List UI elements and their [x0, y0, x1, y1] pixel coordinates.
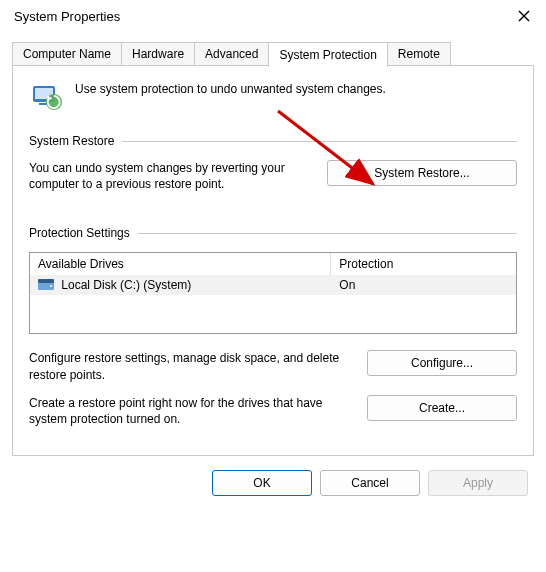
dialog-button-row: OK Cancel Apply [0, 456, 546, 510]
drives-table: Available Drives Protection Local Disk (… [29, 252, 517, 334]
configure-row: Configure restore settings, manage disk … [29, 350, 517, 382]
tab-computer-name[interactable]: Computer Name [12, 42, 122, 66]
svg-rect-8 [38, 279, 54, 283]
drive-cell: Local Disk (C:) (System) [30, 275, 331, 295]
create-row: Create a restore point right now for the… [29, 395, 517, 427]
tab-system-protection[interactable]: System Protection [268, 42, 387, 67]
system-restore-desc: You can undo system changes by reverting… [29, 160, 311, 192]
intro-row: Use system protection to undo unwanted s… [29, 80, 517, 114]
create-desc: Create a restore point right now for the… [29, 395, 351, 427]
section-label: System Restore [29, 134, 114, 148]
titlebar: System Properties [0, 0, 546, 32]
configure-button[interactable]: Configure... [367, 350, 517, 376]
column-header-drive[interactable]: Available Drives [30, 253, 331, 275]
configure-desc: Configure restore settings, manage disk … [29, 350, 351, 382]
section-rule [122, 141, 517, 142]
tab-hardware[interactable]: Hardware [121, 42, 195, 66]
close-button[interactable] [514, 6, 534, 26]
apply-button: Apply [428, 470, 528, 496]
section-label: Protection Settings [29, 226, 130, 240]
system-restore-row: You can undo system changes by reverting… [29, 160, 517, 192]
ok-button[interactable]: OK [212, 470, 312, 496]
cancel-button[interactable]: Cancel [320, 470, 420, 496]
column-header-protection[interactable]: Protection [331, 253, 516, 275]
tab-advanced[interactable]: Advanced [194, 42, 269, 66]
close-icon [518, 10, 530, 22]
svg-rect-9 [50, 285, 52, 287]
create-button[interactable]: Create... [367, 395, 517, 421]
system-restore-button[interactable]: System Restore... [327, 160, 517, 186]
tab-strip: Computer Name Hardware Advanced System P… [12, 42, 534, 66]
section-header-system-restore: System Restore [29, 134, 517, 148]
section-header-protection-settings: Protection Settings [29, 226, 517, 240]
tab-remote[interactable]: Remote [387, 42, 451, 66]
drive-icon [38, 279, 54, 291]
intro-text: Use system protection to undo unwanted s… [75, 80, 386, 96]
system-protection-icon [29, 80, 63, 114]
table-row[interactable]: Local Disk (C:) (System) On [30, 275, 516, 295]
window-title: System Properties [14, 9, 120, 24]
drive-label: Local Disk (C:) (System) [61, 278, 191, 292]
drives-table-body: Local Disk (C:) (System) On [30, 275, 516, 333]
section-rule [138, 233, 517, 234]
drives-table-header: Available Drives Protection [30, 253, 516, 275]
protection-cell: On [331, 275, 516, 295]
tab-panel-system-protection: Use system protection to undo unwanted s… [12, 65, 534, 456]
